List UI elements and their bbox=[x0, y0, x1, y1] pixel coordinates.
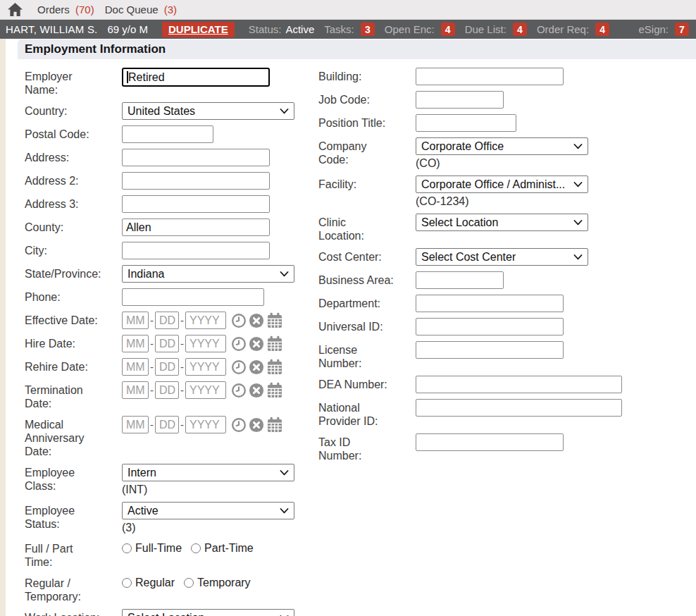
duplicate-button[interactable]: DUPLICATE bbox=[162, 22, 235, 37]
clock-icon[interactable] bbox=[231, 359, 247, 375]
county-value: Allen bbox=[126, 221, 151, 234]
rehire-date-dd-input[interactable]: DD bbox=[155, 358, 179, 376]
counter-orderreq[interactable]: Order Req:4 bbox=[537, 23, 609, 36]
company-code-select[interactable]: Corporate Office bbox=[416, 137, 588, 155]
clinic-location-selected-value: Select Location bbox=[421, 216, 498, 229]
effective-date-dd-input[interactable]: DD bbox=[155, 312, 179, 329]
address-input[interactable] bbox=[122, 149, 270, 166]
date-separator: - bbox=[150, 419, 154, 431]
country-select[interactable]: United States bbox=[122, 102, 294, 120]
chevron-down-icon bbox=[573, 220, 583, 226]
counter-badge[interactable]: 4 bbox=[513, 23, 527, 36]
chevron-down-icon bbox=[573, 182, 583, 187]
full-part-time-radio-part-time[interactable]: Part-Time bbox=[191, 542, 254, 555]
nav-link-count: (3) bbox=[164, 4, 177, 16]
placeholder-text: MM bbox=[126, 419, 145, 431]
effective-date-mm-input[interactable]: MM bbox=[122, 312, 149, 329]
counter-badge[interactable]: 4 bbox=[595, 23, 609, 36]
clinic-location-select[interactable]: Select Location bbox=[416, 214, 588, 231]
regular-temporary-radio-temporary[interactable]: Temporary bbox=[184, 577, 251, 589]
cost-center-select[interactable]: Select Cost Center bbox=[416, 248, 588, 266]
building-input[interactable] bbox=[416, 68, 564, 85]
address-2-input[interactable] bbox=[122, 172, 270, 190]
phone-control bbox=[122, 288, 264, 306]
business-area-input[interactable] bbox=[416, 271, 504, 289]
counter-badge[interactable]: 4 bbox=[441, 23, 455, 36]
radio-circle-icon[interactable] bbox=[122, 578, 132, 588]
nav-link-orders[interactable]: Orders (70) bbox=[37, 4, 94, 16]
placeholder-text: DD bbox=[159, 361, 175, 374]
radio-label: Temporary bbox=[197, 577, 251, 589]
clock-icon[interactable] bbox=[231, 417, 247, 433]
clear-icon[interactable] bbox=[249, 383, 264, 398]
employee-status-select[interactable]: Active bbox=[122, 502, 294, 519]
counter-badge[interactable]: 3 bbox=[361, 23, 375, 36]
placeholder-text: YYYY bbox=[189, 384, 220, 397]
building-control bbox=[416, 68, 564, 85]
counter-duelist[interactable]: Due List:4 bbox=[465, 23, 527, 36]
counter-badge[interactable]: 7 bbox=[675, 23, 689, 36]
clear-icon[interactable] bbox=[249, 359, 264, 375]
work-location-select[interactable]: Select Location bbox=[122, 609, 294, 616]
postal-code-input[interactable] bbox=[122, 125, 213, 143]
dea-number-input[interactable] bbox=[416, 376, 622, 393]
clear-icon[interactable] bbox=[249, 336, 264, 352]
counter-esign[interactable]: eSign:7 bbox=[638, 23, 689, 36]
rehire-date-mm-input[interactable]: MM bbox=[122, 358, 149, 376]
hire-date-date-picker: MM-DD-YYYY bbox=[122, 335, 283, 352]
employer-name-input[interactable]: Retired bbox=[122, 68, 270, 87]
hire-date-yyyy-input[interactable]: YYYY bbox=[185, 335, 226, 352]
calendar-icon[interactable] bbox=[266, 359, 283, 375]
phone-input[interactable] bbox=[122, 288, 264, 306]
clock-icon[interactable] bbox=[231, 336, 247, 352]
hire-date-dd-input[interactable]: DD bbox=[155, 335, 179, 352]
job-code-input[interactable] bbox=[416, 91, 504, 109]
tax-id-number-input[interactable] bbox=[416, 433, 564, 451]
license-number-input[interactable] bbox=[416, 341, 564, 359]
calendar-icon[interactable] bbox=[266, 312, 283, 328]
facility-select[interactable]: Corporate Office / Administ... bbox=[416, 175, 588, 193]
calendar-icon[interactable] bbox=[266, 335, 283, 352]
county-input[interactable]: Allen bbox=[122, 218, 270, 236]
effective-date-date-picker: MM-DD-YYYY bbox=[122, 312, 283, 329]
address-3-input[interactable] bbox=[122, 195, 270, 213]
calendar-icon[interactable] bbox=[266, 417, 283, 433]
medical-anniversary-date-mm-input[interactable]: MM bbox=[122, 416, 149, 433]
hire-date-mm-input[interactable]: MM bbox=[122, 335, 149, 352]
effective-date-yyyy-input[interactable]: YYYY bbox=[185, 312, 226, 329]
facility-code-note: (CO-1234) bbox=[416, 195, 588, 208]
termination-date-mm-input[interactable]: MM bbox=[122, 381, 149, 399]
clock-icon[interactable] bbox=[231, 383, 247, 398]
termination-date-yyyy-input[interactable]: YYYY bbox=[185, 381, 226, 399]
counter-openenc[interactable]: Open Enc:4 bbox=[385, 23, 455, 36]
calendar-icon[interactable] bbox=[266, 382, 283, 398]
radio-circle-icon[interactable] bbox=[122, 543, 132, 553]
termination-date-dd-input[interactable]: DD bbox=[155, 381, 179, 399]
position-title-input[interactable] bbox=[416, 114, 516, 132]
regular-temporary-radio-regular[interactable]: Regular bbox=[122, 577, 175, 589]
counter-tasks[interactable]: Tasks:3 bbox=[324, 23, 375, 36]
topnav-links: Orders (70)Doc Queue (3) bbox=[37, 4, 177, 16]
state-province-select[interactable]: Indiana bbox=[122, 265, 294, 283]
national-provider-id-input[interactable] bbox=[416, 399, 622, 417]
medical-anniversary-date-yyyy-input[interactable]: YYYY bbox=[185, 416, 226, 433]
form-column-left: Employer Name:RetiredCountry:United Stat… bbox=[25, 68, 318, 616]
universal-id-input[interactable] bbox=[416, 318, 564, 335]
chevron-down-icon bbox=[280, 109, 289, 114]
field-row-regular-temporary: Regular / Temporary:RegularTemporary bbox=[25, 574, 318, 603]
medical-anniversary-date-dd-input[interactable]: DD bbox=[155, 416, 179, 433]
field-row-national-provider-id: National Provider ID: bbox=[318, 399, 696, 428]
nav-link-doc-queue[interactable]: Doc Queue (3) bbox=[105, 4, 177, 16]
employment-form: Employer Name:RetiredCountry:United Stat… bbox=[0, 59, 696, 616]
clock-icon[interactable] bbox=[231, 313, 247, 328]
clear-icon[interactable] bbox=[249, 313, 264, 328]
full-part-time-radio-full-time[interactable]: Full-Time bbox=[122, 542, 182, 555]
employee-class-select[interactable]: Intern bbox=[122, 464, 294, 481]
city-input[interactable] bbox=[122, 242, 270, 259]
department-input[interactable] bbox=[416, 295, 564, 312]
radio-circle-icon[interactable] bbox=[184, 578, 194, 588]
home-button[interactable] bbox=[7, 2, 23, 17]
clear-icon[interactable] bbox=[249, 417, 264, 433]
rehire-date-yyyy-input[interactable]: YYYY bbox=[185, 358, 226, 376]
radio-circle-icon[interactable] bbox=[191, 543, 201, 553]
